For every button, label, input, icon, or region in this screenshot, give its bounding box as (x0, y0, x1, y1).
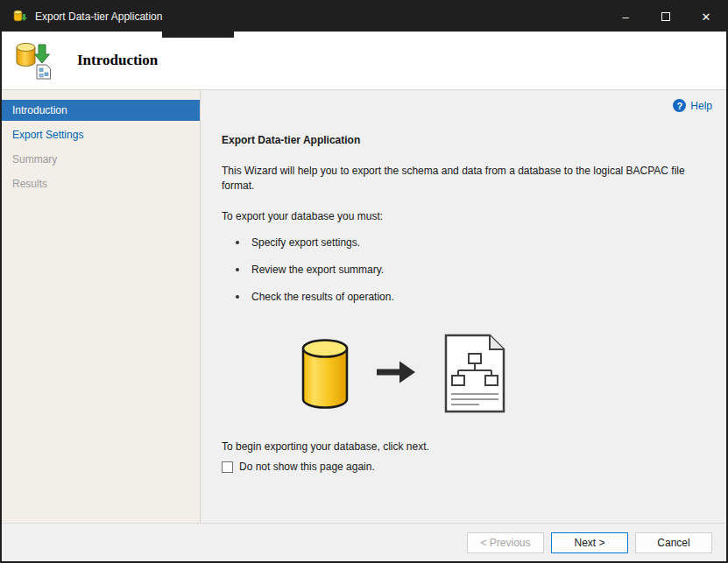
sidebar-item-introduction[interactable]: Introduction (2, 100, 200, 121)
help-link[interactable]: Help (690, 100, 712, 112)
bullet-text: Review the export summary. (251, 264, 384, 276)
page-title: Introduction (77, 52, 158, 69)
next-button[interactable]: Next > (551, 532, 628, 553)
dont-show-row: Do not show this page again. (222, 461, 705, 473)
sidebar-item-export-settings[interactable]: Export Settings (2, 124, 200, 145)
app-icon (12, 9, 28, 25)
list-item: Specify export settings. (222, 236, 705, 249)
bullet-text: Check the results of operation. (251, 291, 394, 303)
requirements-label: To export your database you must: (222, 210, 705, 222)
cancel-button[interactable]: Cancel (635, 532, 712, 553)
requirements-list: Specify export settings. Review the expo… (222, 236, 705, 303)
bullet-dot-icon (236, 268, 239, 271)
maximize-button[interactable] (646, 2, 686, 32)
window-controls: – ✕ (605, 2, 726, 32)
arrow-right-icon (377, 361, 415, 386)
list-item: Check the results of operation. (222, 291, 705, 303)
previous-button[interactable]: < Previous (467, 532, 544, 553)
begin-text: To begin exporting your database, click … (222, 440, 705, 453)
bullet-dot-icon (236, 295, 239, 299)
database-export-icon (14, 40, 54, 81)
wizard-body: Introduction Export Settings Summary Res… (2, 89, 726, 523)
sidebar-item-summary: Summary (2, 149, 200, 170)
minimize-button[interactable]: – (605, 2, 646, 32)
bacpac-file-icon (442, 333, 507, 414)
bullet-dot-icon (236, 241, 239, 244)
help-icon: ? (673, 99, 686, 112)
sidebar-item-results: Results (2, 173, 200, 194)
close-button[interactable]: ✕ (686, 2, 726, 32)
dont-show-checkbox[interactable] (222, 461, 233, 473)
footer-bar: < Previous Next > Cancel (2, 523, 726, 561)
steps-sidebar: Introduction Export Settings Summary Res… (2, 90, 201, 523)
titlebar: Export Data-tier Application – ✕ (2, 2, 726, 32)
intro-text: This Wizard will help you to export the … (222, 164, 705, 194)
database-cylinder-icon (300, 338, 350, 410)
help-row: ? Help (673, 99, 712, 112)
list-item: Review the export summary. (222, 264, 705, 276)
content-panel: ? Help Export Data-tier Application This… (201, 90, 726, 523)
window-title: Export Data-tier Application (35, 11, 162, 23)
export-wizard-window: Export Data-tier Application – ✕ (0, 0, 728, 563)
export-illustration (300, 333, 705, 414)
bullet-text: Specify export settings. (251, 236, 360, 249)
wizard-header: Introduction (2, 32, 726, 89)
maximize-icon (661, 12, 670, 21)
dont-show-label: Do not show this page again. (239, 461, 375, 473)
content-heading: Export Data-tier Application (222, 134, 705, 146)
titlebar-artifact (162, 32, 234, 38)
